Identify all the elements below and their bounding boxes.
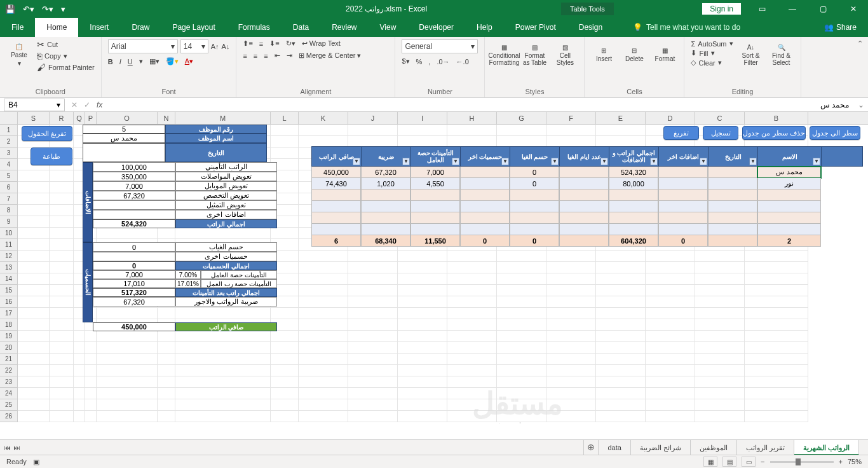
collapse-ribbon-icon[interactable]: ⌃ xyxy=(852,37,868,97)
clear-fields-button[interactable]: تفريغ الحقول xyxy=(22,126,72,141)
save-icon[interactable]: 💾 xyxy=(5,4,15,14)
comma-icon[interactable]: , xyxy=(428,58,430,65)
tab-formulas[interactable]: Formulas xyxy=(227,18,281,37)
tab-data[interactable]: Data xyxy=(281,18,320,37)
bold-button[interactable]: B xyxy=(108,58,113,65)
sheet-tab-4[interactable]: data xyxy=(598,440,630,455)
align-middle-icon[interactable]: ≡ xyxy=(259,40,263,48)
discharge-button[interactable]: تفريغ xyxy=(663,126,699,140)
autosum-button[interactable]: Σ AutoSum ▾ xyxy=(691,39,733,48)
sort-filter-button[interactable]: A↓Sort & Filter xyxy=(738,39,764,70)
number-format-select[interactable]: General▾ xyxy=(402,39,478,53)
align-right-icon[interactable]: ≡ xyxy=(264,52,268,60)
sheet-tab-3[interactable]: شرائح الضريبة xyxy=(630,440,691,455)
sheet-tab-2[interactable]: الموظفين xyxy=(690,440,737,455)
find-select-button[interactable]: 🔍Find & Select xyxy=(769,39,794,70)
worksheet-grid[interactable]: SRQPONMLKJIHGFEDCB 123456789101112131415… xyxy=(0,112,868,423)
merge-center-button[interactable]: ⊞ Merge & Center ▾ xyxy=(299,52,362,60)
tab-insert[interactable]: Insert xyxy=(78,18,120,37)
filter-drop-icon[interactable]: ▾ xyxy=(813,158,820,165)
normal-view-icon[interactable]: ▦ xyxy=(703,457,717,467)
print-button[interactable]: طباعة xyxy=(31,148,72,165)
italic-button[interactable]: I xyxy=(119,58,121,65)
filter-drop-icon[interactable]: ▾ xyxy=(353,158,360,165)
increase-decimal-icon[interactable]: .0→ xyxy=(437,58,449,65)
redo-icon[interactable]: ↷▾ xyxy=(42,4,53,14)
align-top-icon[interactable]: ⬆≡ xyxy=(243,39,252,48)
filter-drop-icon[interactable]: ▾ xyxy=(749,158,757,165)
share-button[interactable]: 👥Share xyxy=(824,23,868,32)
macro-record-icon[interactable]: ▣ xyxy=(33,458,39,466)
paste-button[interactable]: 📋Paste▾ xyxy=(6,39,32,70)
enter-formula-icon[interactable]: ✓ xyxy=(84,100,90,109)
underline-button[interactable]: U xyxy=(128,58,133,65)
formula-input[interactable]: محمد س xyxy=(109,100,854,109)
filter-drop-icon[interactable]: ▾ xyxy=(700,158,707,165)
delete-row-button[interactable]: حذف سطر من جدول xyxy=(742,126,806,140)
cancel-formula-icon[interactable]: ✕ xyxy=(71,100,78,109)
filter-drop-icon[interactable]: ▾ xyxy=(402,158,410,165)
filter-drop-icon[interactable]: ▾ xyxy=(501,158,509,165)
delete-cells-button[interactable]: ⊟Delete xyxy=(621,39,647,70)
align-center-icon[interactable]: ≡ xyxy=(254,52,257,60)
tab-draw[interactable]: Draw xyxy=(120,18,161,37)
copy-button[interactable]: ⎘Copy ▾ xyxy=(37,51,95,61)
fx-icon[interactable]: fx xyxy=(97,100,102,109)
minimize-button[interactable]: — xyxy=(778,0,807,18)
clear-button[interactable]: ◇ Clear ▾ xyxy=(691,59,733,67)
name-box[interactable]: B4▾ xyxy=(4,99,65,111)
tab-power-pivot[interactable]: Power Pivot xyxy=(504,18,567,37)
sign-in-button[interactable]: Sign in xyxy=(702,3,741,15)
wrap-text-button[interactable]: ↩ Wrap Text xyxy=(302,39,341,48)
decrease-decimal-icon[interactable]: ←.0 xyxy=(456,58,469,65)
sheet-nav-last-icon[interactable]: ⏭ xyxy=(13,444,20,451)
column-headers[interactable]: SRQPONMLKJIHGFEDCB xyxy=(0,112,868,125)
zoom-value[interactable]: 75% xyxy=(848,458,862,465)
ribbon-options-icon[interactable]: ▭ xyxy=(747,0,776,18)
tab-page-layout[interactable]: Page Layout xyxy=(161,18,226,37)
sheet-tab-0[interactable]: الرواتب الشهرية xyxy=(794,440,859,455)
format-cells-button[interactable]: ▦Format xyxy=(652,39,677,70)
align-bottom-icon[interactable]: ⬇≡ xyxy=(269,39,279,48)
align-left-icon[interactable]: ≡ xyxy=(243,52,247,60)
add-row-button[interactable]: سطر الى جدول xyxy=(810,126,860,140)
tab-review[interactable]: Review xyxy=(320,18,368,37)
sheet-tab-1[interactable]: تقرير الرواتب xyxy=(736,440,794,455)
indent-dec-icon[interactable]: ⇤ xyxy=(275,52,280,60)
tab-developer[interactable]: Developer xyxy=(407,18,465,37)
conditional-formatting-button[interactable]: ▦Conditional Formatting xyxy=(491,39,517,70)
qat-more-icon[interactable]: ▾ xyxy=(61,4,65,14)
filter-drop-icon[interactable]: ▾ xyxy=(452,158,459,165)
page-layout-view-icon[interactable]: ▤ xyxy=(722,457,736,467)
tab-design[interactable]: Design xyxy=(567,18,614,37)
currency-icon[interactable]: $▾ xyxy=(402,57,409,65)
border-button[interactable]: ▦▾ xyxy=(149,57,159,65)
tab-home[interactable]: Home xyxy=(35,18,78,37)
maximize-button[interactable]: ▢ xyxy=(808,0,837,18)
filter-drop-icon[interactable]: ▾ xyxy=(551,158,559,165)
decrease-font-icon[interactable]: A↓ xyxy=(222,43,230,50)
font-size-select[interactable]: 14▾ xyxy=(180,39,208,53)
zoom-out-icon[interactable]: − xyxy=(761,458,764,465)
format-painter-button[interactable]: 🖌Format Painter xyxy=(37,62,95,72)
cell-styles-button[interactable]: ▧Cell Styles xyxy=(552,39,578,70)
close-button[interactable]: ✕ xyxy=(839,0,868,18)
page-break-view-icon[interactable]: ▭ xyxy=(742,457,756,467)
font-name-select[interactable]: Arial▾ xyxy=(108,39,178,53)
font-color-button[interactable]: A▾ xyxy=(185,57,193,65)
tell-me-search[interactable]: 💡Tell me what you want to do xyxy=(633,23,740,32)
filter-drop-icon[interactable]: ▾ xyxy=(600,158,608,165)
fill-button[interactable]: ⬇ Fill ▾ xyxy=(691,49,733,57)
increase-font-icon[interactable]: A↑ xyxy=(211,43,219,50)
cut-button[interactable]: ✂Cut xyxy=(37,39,95,50)
new-sheet-button[interactable]: ⊕ xyxy=(583,440,599,455)
format-as-table-button[interactable]: ▤Format as Table xyxy=(522,39,547,70)
zoom-in-icon[interactable]: + xyxy=(839,458,843,465)
percent-icon[interactable]: % xyxy=(416,58,423,65)
tab-file[interactable]: File xyxy=(0,18,35,37)
insert-cells-button[interactable]: ⊞Insert xyxy=(591,39,616,70)
sheet-nav-first-icon[interactable]: ⏮ xyxy=(4,444,11,451)
tab-view[interactable]: View xyxy=(369,18,408,37)
orientation-icon[interactable]: ↻▾ xyxy=(286,39,295,48)
zoom-slider[interactable] xyxy=(770,461,834,463)
